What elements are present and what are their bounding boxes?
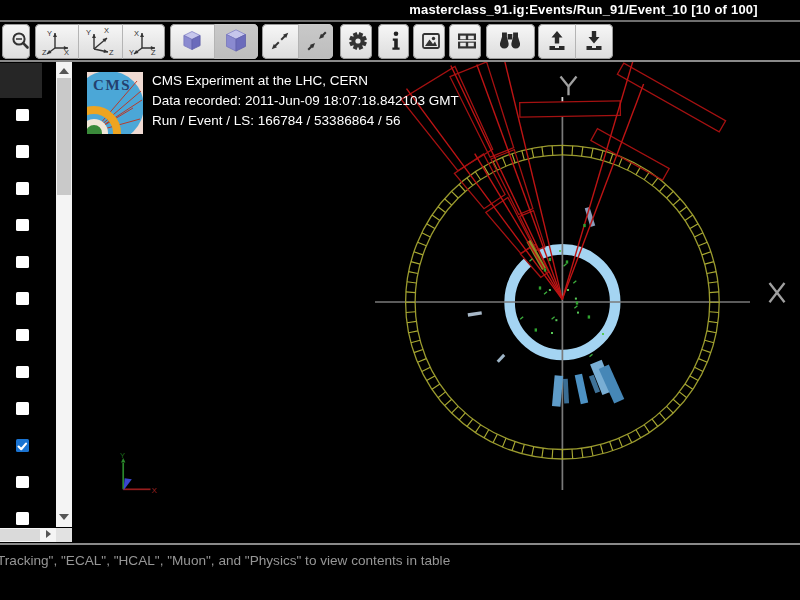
svg-text:Y: Y bbox=[47, 29, 52, 38]
svg-text:Z: Z bbox=[42, 48, 47, 57]
svg-text:Z: Z bbox=[109, 48, 114, 57]
svg-text:Y: Y bbox=[86, 28, 91, 37]
svg-text:Y: Y bbox=[129, 48, 134, 57]
svg-text:X: X bbox=[64, 48, 69, 57]
svg-text:X: X bbox=[104, 26, 109, 35]
svg-text:Z: Z bbox=[151, 48, 156, 57]
svg-text:CMS: CMS bbox=[93, 77, 131, 93]
svg-text:X: X bbox=[134, 29, 139, 38]
svg-text:X: X bbox=[152, 486, 158, 495]
svg-text:Y: Y bbox=[120, 451, 125, 460]
